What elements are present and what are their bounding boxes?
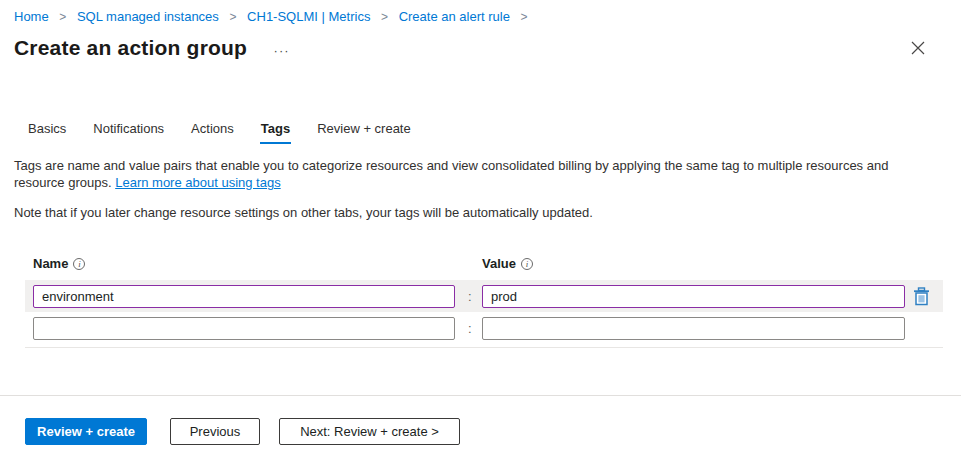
tags-note: Note that if you later change resource s… [14,205,939,220]
tab-actions[interactable]: Actions [190,120,235,144]
value-column-header: Valuei [482,256,533,271]
colon-separator: : [468,289,472,304]
tab-review-create[interactable]: Review + create [316,120,412,144]
tab-basics[interactable]: Basics [27,120,67,144]
tab-bar: Basics Notifications Actions Tags Review… [27,120,412,144]
tag-name-input[interactable] [33,317,455,340]
learn-more-link[interactable]: Learn more about using tags [115,175,281,190]
breadcrumb-link-home[interactable]: Home [14,9,49,24]
chevron-right-icon: > [381,10,388,24]
chevron-right-icon: > [229,10,236,24]
next-review-create-button[interactable]: Next: Review + create > [279,418,460,445]
chevron-right-icon: > [59,10,66,24]
breadcrumb-link-create-alert-rule[interactable]: Create an alert rule [399,9,510,24]
tab-notifications[interactable]: Notifications [92,120,165,144]
breadcrumb: Home > SQL managed instances > CH1-SQLMI… [14,9,535,24]
previous-button[interactable]: Previous [170,418,260,445]
tag-row: : [25,312,943,344]
colon-separator: : [468,321,472,336]
review-create-button[interactable]: Review + create [25,418,147,445]
info-icon: i [521,258,533,270]
breadcrumb-link-sql-managed-instances[interactable]: SQL managed instances [77,9,219,24]
tag-value-input[interactable] [482,317,905,340]
chevron-right-icon: > [521,10,528,24]
page-title: Create an action group [14,36,247,60]
trash-icon[interactable] [911,287,931,307]
tag-row: : [25,280,943,312]
tags-description: Tags are name and value pairs that enabl… [14,157,939,191]
footer-actions: Review + create Previous Next: Review + … [25,418,460,445]
tag-value-input[interactable] [482,285,905,308]
footer-divider [0,395,961,396]
tab-tags[interactable]: Tags [260,120,291,144]
close-icon[interactable] [907,38,929,60]
title-bar: Create an action group ··· [14,36,947,66]
name-column-header: Namei [33,256,85,271]
divider [25,347,943,348]
info-icon: i [73,258,85,270]
tag-name-input[interactable] [33,285,455,308]
breadcrumb-link-ch1-sqlmi-metrics[interactable]: CH1-SQLMI | Metrics [247,9,370,24]
more-options-icon[interactable]: ··· [274,43,290,58]
create-action-group-page: Home > SQL managed instances > CH1-SQLMI… [0,0,961,460]
